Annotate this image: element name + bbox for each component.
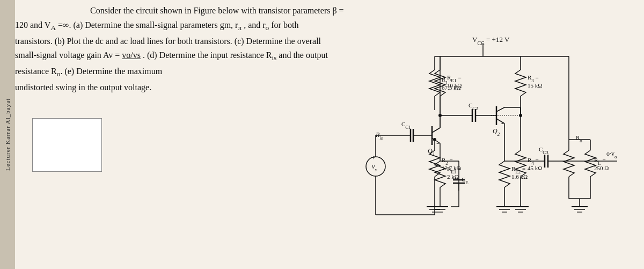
circuit-diagram: VCC = +12 V R1 = 67.3 kΩ R2 = 12.7 kΩ (343, 32, 644, 258)
blank-rectangle (32, 118, 102, 172)
svg-text:1.6 kΩ: 1.6 kΩ (511, 173, 528, 180)
body-line-2: transistors. (b) Plot the dc and ac load… (15, 35, 380, 48)
svg-text:10 kΩ: 10 kΩ (447, 82, 462, 89)
page-container: Lecturer Karrar Al_bayat Consider the ci… (0, 0, 644, 269)
body-line-1: 120 and VA =∞. (a) Determine the small-s… (15, 19, 380, 34)
svg-text:250 Ω: 250 Ω (594, 165, 609, 171)
circuit-svg: VCC = +12 V R1 = 67.3 kΩ R2 = 12.7 kΩ (343, 32, 644, 258)
svg-text:15 kΩ: 15 kΩ (528, 82, 542, 89)
svg-rect-0 (343, 32, 644, 258)
body-line-4: resistance Ro. (e) Determine the maximum (15, 65, 380, 80)
body-line-3: small-signal voltage gain Av = vo/vs . (… (15, 49, 380, 64)
sidebar-label: Lecturer Karrar Al_bayat (0, 0, 15, 269)
sidebar-text: Lecturer Karrar Al_bayat (4, 98, 11, 171)
main-text-block: Consider the circuit shown in Figure bel… (15, 4, 380, 96)
svg-text:+: + (371, 154, 375, 162)
svg-text:45 kΩ: 45 kΩ (528, 165, 542, 171)
svg-text:2 kΩ: 2 kΩ (447, 173, 459, 180)
header-line: Consider the circuit shown in Figure bel… (15, 4, 380, 18)
body-line-5: undistorted swing in the output voltage. (15, 81, 380, 94)
